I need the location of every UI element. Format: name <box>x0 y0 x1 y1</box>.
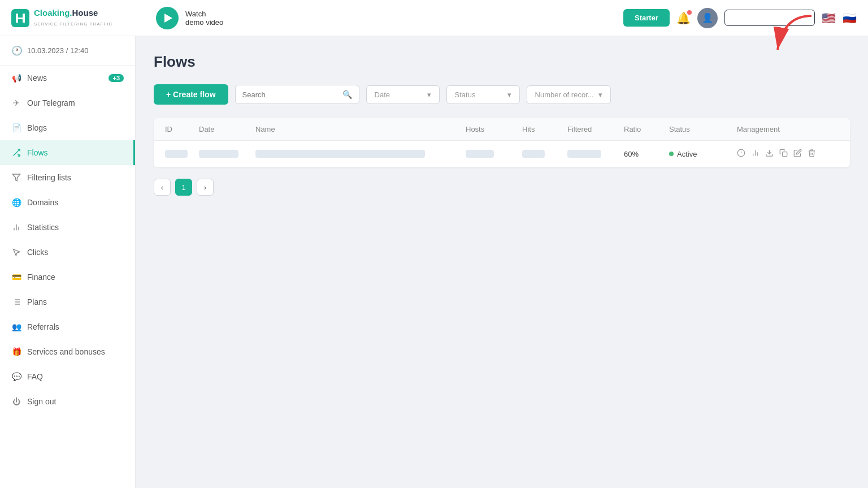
date-chevron-icon: ▾ <box>427 90 431 99</box>
send-icon: ✈ <box>11 98 21 108</box>
sidebar-label-clicks: Clicks <box>27 248 124 257</box>
sidebar-label-domains: Domains <box>27 198 124 207</box>
avatar-icon: 👤 <box>702 12 713 23</box>
sidebar-item-our-telegram[interactable]: ✈ Our Telegram <box>0 90 135 115</box>
logo: Cloaking.House SERVICE FILTERING TRAFFIC <box>11 8 147 28</box>
logo-icon <box>11 9 29 27</box>
filter-icon <box>11 172 21 183</box>
sidebar-item-faq[interactable]: 💬 FAQ <box>0 364 135 389</box>
status-filter-label: Status <box>455 90 476 99</box>
sidebar-item-plans[interactable]: Plans <box>0 290 135 314</box>
datetime-value: 10.03.2023 / 12:40 <box>27 46 88 55</box>
starter-button[interactable]: Starter <box>623 9 670 27</box>
col-management: Management <box>737 125 839 133</box>
action-icons <box>737 149 839 159</box>
status-filter[interactable]: Status ▾ <box>446 85 520 104</box>
sidebar-item-flows[interactable]: Flows <box>0 140 135 165</box>
sidebar-item-blogs[interactable]: 📄 Blogs <box>0 115 135 140</box>
pagination: ‹ 1 › <box>154 179 850 196</box>
copy-action-icon[interactable] <box>779 149 788 159</box>
sidebar: 🕐 10.03.2023 / 12:40 📢 News +3 ✈ Our Tel… <box>0 36 136 488</box>
redacted-id <box>165 150 188 158</box>
play-button[interactable] <box>156 7 179 29</box>
status-label: Active <box>677 150 697 158</box>
users-icon: 👥 <box>11 322 21 332</box>
sidebar-label-statistics: Statistics <box>27 223 124 232</box>
search-input[interactable] <box>242 90 338 99</box>
notification-dot <box>687 10 692 15</box>
sidebar-item-domains[interactable]: 🌐 Domains <box>0 190 135 215</box>
redacted-date <box>199 150 238 158</box>
row-id <box>165 150 199 158</box>
sidebar-item-services-bonuses[interactable]: 🎁 Services and bonuses <box>0 339 135 364</box>
shuffle-icon <box>11 148 21 158</box>
watch-label: Watch <box>185 10 223 18</box>
status-dot <box>669 152 674 156</box>
clock-icon: 🕐 <box>11 45 23 56</box>
globe-icon: 🌐 <box>11 197 21 208</box>
row-status: Active <box>669 150 737 158</box>
sidebar-label-filtering-lists: Filtering lists <box>27 173 124 182</box>
sidebar-item-statistics[interactable]: Statistics <box>0 215 135 240</box>
demo-label: demo video <box>185 18 223 27</box>
message-square-icon: 💬 <box>11 372 21 382</box>
gift-icon: 🎁 <box>11 347 21 357</box>
notification-button[interactable]: 🔔 <box>676 11 691 25</box>
sidebar-item-finance[interactable]: 💳 Finance <box>0 265 135 290</box>
chart-action-icon[interactable] <box>751 149 760 159</box>
table-header: ID Date Name Hosts Hits Filtered Ratio S… <box>154 118 850 141</box>
flows-table: ID Date Name Hosts Hits Filtered Ratio S… <box>154 118 850 167</box>
date-filter[interactable]: Date ▾ <box>366 85 440 104</box>
redacted-filtered <box>567 150 601 158</box>
play-icon <box>164 14 172 23</box>
edit-action-icon[interactable] <box>793 149 802 159</box>
row-management <box>737 149 839 159</box>
sidebar-label-our-telegram: Our Telegram <box>27 98 124 107</box>
header-search-input[interactable] <box>724 10 815 26</box>
file-text-icon: 📄 <box>11 123 21 133</box>
col-status: Status <box>669 125 737 133</box>
toolbar: + Create flow 🔍 Date ▾ Status ▾ Number o… <box>154 84 850 105</box>
logo-name-part1: Cloaking. <box>34 8 72 18</box>
flag-ru-icon[interactable]: 🇷🇺 <box>843 11 857 25</box>
delete-action-icon[interactable] <box>808 149 816 159</box>
records-chevron-icon: ▾ <box>598 90 602 99</box>
row-ratio: 60% <box>624 150 669 158</box>
row-filtered <box>567 150 624 158</box>
sidebar-item-news[interactable]: 📢 News +3 <box>0 66 135 90</box>
records-filter[interactable]: Number of recor... ▾ <box>527 85 611 104</box>
sidebar-item-referrals[interactable]: 👥 Referrals <box>0 314 135 339</box>
sidebar-item-clicks[interactable]: Clicks <box>0 240 135 265</box>
create-flow-button[interactable]: + Create flow <box>154 84 228 105</box>
logo-subtitle: SERVICE FILTERING TRAFFIC <box>34 21 112 27</box>
search-wrap[interactable]: 🔍 <box>235 85 359 104</box>
flag-us-icon[interactable]: 🇺🇸 <box>822 11 836 25</box>
sidebar-label-finance: Finance <box>27 273 124 282</box>
redacted-hits <box>522 150 545 158</box>
info-action-icon[interactable] <box>737 149 745 159</box>
page-1-button[interactable]: 1 <box>175 179 192 196</box>
next-page-button[interactable]: › <box>197 179 214 196</box>
col-id: ID <box>165 125 199 133</box>
prev-page-button[interactable]: ‹ <box>154 179 171 196</box>
col-date: Date <box>199 125 255 133</box>
bar-chart-icon <box>11 222 21 232</box>
avatar-button[interactable]: 👤 <box>697 8 718 28</box>
sidebar-label-plans: Plans <box>27 297 124 306</box>
sidebar-label-referrals: Referrals <box>27 322 124 331</box>
download-action-icon[interactable] <box>765 149 774 159</box>
sidebar-item-filtering-lists[interactable]: Filtering lists <box>0 165 135 190</box>
table-row: 60% Active <box>154 141 850 167</box>
datetime: 🕐 10.03.2023 / 12:40 <box>0 36 135 66</box>
sidebar-label-sign-out: Sign out <box>27 397 124 406</box>
date-filter-label: Date <box>375 90 390 99</box>
news-badge: +3 <box>108 74 124 82</box>
svg-rect-21 <box>783 152 787 157</box>
header-watch[interactable]: Watch demo video <box>156 7 614 29</box>
status-active: Active <box>669 150 737 158</box>
col-hits: Hits <box>522 125 567 133</box>
main-content: Flows + Create flow 🔍 Date ▾ Status ▾ Nu… <box>136 36 868 488</box>
sidebar-item-sign-out[interactable]: ⏻ Sign out <box>0 389 135 414</box>
list-icon <box>11 297 21 307</box>
sidebar-label-services-bonuses: Services and bonuses <box>27 347 124 356</box>
